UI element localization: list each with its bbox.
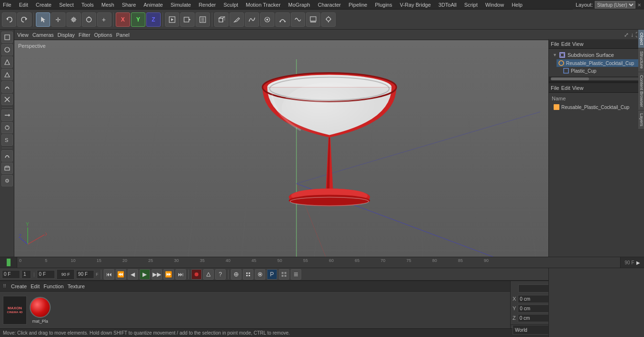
go-end-btn[interactable]: ⏭ xyxy=(175,269,186,280)
light-btn[interactable] xyxy=(321,12,336,27)
menu-mograph[interactable]: MoGraph xyxy=(287,2,311,8)
render-settings-btn[interactable] xyxy=(196,12,210,27)
tree-item-plastic-cup[interactable]: Plastic_Cup xyxy=(561,67,642,75)
mat-menu-texture[interactable]: Texture xyxy=(67,283,85,289)
y-axis-btn[interactable]: Y xyxy=(131,12,145,27)
mat-menu-edit[interactable]: Edit xyxy=(31,283,40,289)
render-anim-btn[interactable] xyxy=(180,12,195,27)
param-btn[interactable] xyxy=(255,269,265,280)
menu-3dtoall[interactable]: 3DToAll xyxy=(437,2,458,8)
vp-menu-display[interactable]: Display xyxy=(57,32,75,38)
pen-btn[interactable] xyxy=(229,12,244,27)
menu-pipeline[interactable]: Pipeline xyxy=(348,2,368,8)
move-tool[interactable]: ✛ xyxy=(51,12,65,27)
menu-file[interactable]: File xyxy=(2,2,12,8)
mat-menu-function[interactable]: Function xyxy=(44,283,64,289)
tree-item-cup[interactable]: Reusable_Plastic_Cocktail_Cup xyxy=(557,59,642,67)
left-tool-11[interactable]: ⚙ xyxy=(1,175,13,186)
go-start-btn[interactable]: ⏮ xyxy=(104,269,114,280)
spline-btn[interactable] xyxy=(291,12,305,27)
vp-menu-panel[interactable]: Panel xyxy=(116,32,130,38)
left-tool-5[interactable] xyxy=(1,94,13,105)
left-tool-7[interactable] xyxy=(1,122,13,133)
menu-mesh[interactable]: Mesh xyxy=(100,2,115,8)
frame-step-field[interactable] xyxy=(22,270,31,279)
vtab-structure[interactable]: Structure xyxy=(638,48,644,72)
menu-motion-tracker[interactable]: Motion Tracker xyxy=(245,2,282,8)
prev-frame-btn[interactable]: ◀ xyxy=(128,269,138,280)
redo-button[interactable] xyxy=(17,12,32,27)
end-frame-field[interactable] xyxy=(76,270,94,279)
current-frame-field[interactable] xyxy=(2,270,20,279)
add-tool[interactable]: + xyxy=(97,12,111,27)
menu-character[interactable]: Character xyxy=(317,2,342,8)
layout-select[interactable]: Startup (User) xyxy=(595,1,635,9)
menu-share[interactable]: Share xyxy=(121,2,137,8)
left-tool-4[interactable] xyxy=(1,81,13,93)
obj-menu-edit[interactable]: Edit xyxy=(561,41,570,47)
attr-mat-item[interactable]: Reusable_Plastic_Cocktail_Cup xyxy=(551,103,642,111)
array-btn[interactable] xyxy=(260,12,274,27)
left-tool-1[interactable] xyxy=(1,44,13,55)
menu-vray-bridge[interactable]: V-Ray Bridge xyxy=(399,2,432,8)
menu-script[interactable]: Script xyxy=(463,2,479,8)
menu-window[interactable]: Window xyxy=(484,2,505,8)
z-axis-btn[interactable]: Z xyxy=(146,12,161,27)
autokey-btn[interactable] xyxy=(203,269,214,280)
menu-select[interactable]: Select xyxy=(58,2,75,8)
menu-tools[interactable]: Tools xyxy=(80,2,95,8)
multi-btn[interactable] xyxy=(279,269,289,280)
x-axis-btn[interactable]: X xyxy=(116,12,130,27)
vp-menu-filter[interactable]: Filter xyxy=(78,32,90,38)
next-frame-btn[interactable]: ▶▶ xyxy=(152,269,162,280)
next-key-btn[interactable]: ⏩ xyxy=(164,269,174,280)
vtab-object[interactable]: Object xyxy=(638,30,644,48)
timeline-ruler[interactable]: 0 5 10 15 20 25 30 35 40 45 50 55 60 65 … xyxy=(17,257,620,268)
menu-render[interactable]: Render xyxy=(197,2,217,8)
snap-btn[interactable] xyxy=(231,269,241,280)
left-tool-3[interactable] xyxy=(1,69,13,80)
grid-snap-btn[interactable] xyxy=(243,269,253,280)
left-tool-2[interactable] xyxy=(1,56,13,68)
mat-thumbnail[interactable]: mat_Pla xyxy=(30,297,51,324)
vtab-layers[interactable]: Layers xyxy=(638,110,644,130)
render-region-btn[interactable] xyxy=(165,12,179,27)
scene-btn[interactable] xyxy=(306,12,320,27)
prev-key-btn[interactable]: ⏪ xyxy=(116,269,126,280)
vp-down-icon[interactable]: ↓ xyxy=(631,32,633,38)
left-tool-9[interactable] xyxy=(1,150,13,162)
motion-path-btn[interactable]: ? xyxy=(215,269,226,280)
select-tool[interactable] xyxy=(36,12,50,27)
menu-create[interactable]: Create xyxy=(35,2,53,8)
cube-btn[interactable] xyxy=(214,12,229,27)
scale-tool[interactable] xyxy=(66,12,81,27)
timeline-expand[interactable]: ▶ xyxy=(636,260,640,265)
obj-menu-view[interactable]: View xyxy=(572,41,584,47)
left-tool-6[interactable] xyxy=(1,109,13,121)
tree-item-subdiv[interactable]: ▼ Subdivision Surface xyxy=(551,51,642,59)
record-btn[interactable] xyxy=(191,269,202,280)
start-frame-field[interactable] xyxy=(37,270,55,279)
scrollbar-thumb[interactable] xyxy=(551,77,589,80)
attr-menu-file[interactable]: File xyxy=(551,85,559,91)
left-tool-0[interactable] xyxy=(1,32,13,43)
menu-help[interactable]: Help xyxy=(511,2,524,8)
deformer-btn[interactable] xyxy=(275,12,290,27)
vp-menu-view[interactable]: View xyxy=(17,32,29,38)
undo-button[interactable] xyxy=(2,12,16,27)
mat-header-grip[interactable]: ⠿ xyxy=(3,283,6,289)
nurbs-btn[interactable] xyxy=(245,12,259,27)
attr-menu-edit[interactable]: Edit xyxy=(561,85,570,91)
menu-edit[interactable]: Edit xyxy=(18,2,29,8)
obj-scrollbar[interactable] xyxy=(549,76,644,81)
menu-plugins[interactable]: Plugins xyxy=(374,2,393,8)
render-btn[interactable]: P xyxy=(267,269,277,280)
vp-menu-options[interactable]: Options xyxy=(94,32,112,38)
layout-close[interactable]: ✕ xyxy=(637,2,641,8)
menu-animate[interactable]: Animate xyxy=(142,2,164,8)
left-tool-8[interactable]: S xyxy=(1,134,13,146)
mat-menu-create[interactable]: Create xyxy=(11,283,27,289)
rotate-tool[interactable] xyxy=(82,12,96,27)
vp-menu-cameras[interactable]: Cameras xyxy=(33,32,54,38)
menu-simulate[interactable]: Simulate xyxy=(170,2,192,8)
